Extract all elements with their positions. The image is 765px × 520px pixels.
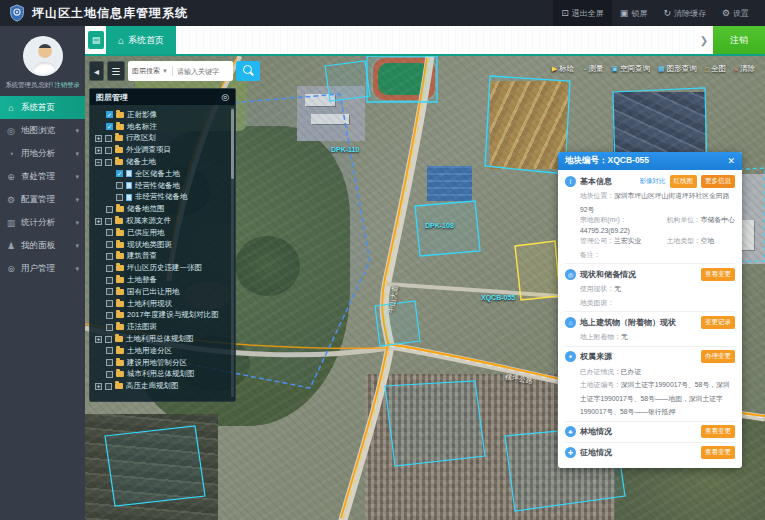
layer-tree-item[interactable]: 储备地范围 (95, 203, 229, 215)
layer-checkbox[interactable] (106, 241, 113, 248)
layer-tree-item[interactable]: +权属来源文件 (95, 215, 229, 227)
config-icon: ⚙ (6, 195, 16, 205)
map-icon: ◎ (6, 126, 16, 136)
layer-checkbox[interactable] (105, 383, 112, 390)
tree-expander[interactable]: + (95, 218, 102, 225)
layer-checkbox[interactable] (105, 159, 112, 166)
layer-checkbox[interactable] (106, 347, 113, 354)
file-icon (126, 194, 132, 201)
section-action-button[interactable]: 查看变更 (701, 268, 735, 281)
layer-tree-item[interactable]: +外业调查项目 (95, 144, 229, 156)
section-action-button[interactable]: 变更记录 (701, 316, 735, 329)
layer-tree-item[interactable]: +土地利用总体规划图 (95, 333, 229, 345)
layer-tree-item[interactable]: 坪山区历史违建一张图 (95, 262, 229, 274)
logout-link[interactable]: 注销登录 (54, 81, 79, 88)
map-viewport[interactable]: DPK-108DPK-110XQCB-055中山大道横坪公路 ◂ ☰ 图层搜索 … (85, 56, 765, 520)
layer-checkbox[interactable] (106, 123, 113, 130)
layer-tree-item[interactable]: 建设用地管制分区 (95, 357, 229, 369)
layer-checkbox[interactable] (106, 277, 113, 284)
tree-expander[interactable]: + (95, 147, 102, 154)
tab-scroll-right-button[interactable]: ❯ (695, 26, 713, 54)
layer-checkbox[interactable] (106, 324, 113, 331)
sidebar-item-0[interactable]: ⌂系统首页 (0, 96, 85, 119)
sidebar-item-1[interactable]: ◎地图浏览▾ (0, 119, 85, 142)
logout-button[interactable]: 注销 (713, 26, 765, 54)
layer-tree-item[interactable]: 地名标注 (95, 121, 229, 133)
search-input[interactable] (173, 68, 233, 75)
header-action-lock[interactable]: ▣锁屏 (612, 0, 656, 26)
layer-tree-item[interactable]: 现状地类图斑 (95, 239, 229, 251)
layer-tree-item[interactable]: 城市利用总体规划图 (95, 369, 229, 381)
layer-checkbox[interactable] (106, 300, 113, 307)
layer-tree-item[interactable]: 经营性储备地 (95, 180, 229, 192)
layer-checkbox[interactable] (116, 170, 123, 177)
sidebar-item-5[interactable]: ▥统计分析▾ (0, 211, 85, 234)
layer-tree-item[interactable]: 正射影像 (95, 109, 229, 121)
tab-home[interactable]: ⌂ 系统首页 (106, 26, 176, 54)
layer-tree-item[interactable]: 已供应用地 (95, 227, 229, 239)
layer-tree-item[interactable]: 违法图斑 (95, 321, 229, 333)
search-button[interactable] (236, 61, 260, 81)
sidebar-item-4[interactable]: ⚙配置管理▾ (0, 188, 85, 211)
layer-checkbox[interactable] (116, 194, 123, 201)
tree-expander[interactable]: + (95, 336, 102, 343)
close-icon[interactable]: ✕ (727, 156, 735, 166)
layer-checkbox[interactable] (105, 336, 112, 343)
map-tool-shape-query[interactable]: ▦图形查询 (658, 64, 697, 74)
sidebar-item-7[interactable]: ⊚用户管理▾ (0, 257, 85, 280)
layer-tree-item[interactable]: −储备土地 (95, 156, 229, 168)
layer-settings-icon[interactable]: ◎ (221, 92, 229, 102)
section-action-button[interactable]: 查看变更 (701, 425, 735, 438)
layer-checkbox[interactable] (106, 371, 113, 378)
layer-tree-item[interactable]: 全区储备土地 (95, 168, 229, 180)
header-action-fullscreen-exit[interactable]: ⊡退出全屏 (553, 0, 612, 26)
layer-checkbox[interactable] (106, 288, 113, 295)
layer-tree-item[interactable]: +行政区划 (95, 133, 229, 145)
layer-tree-item[interactable]: 土地利用现状 (95, 298, 229, 310)
layer-checkbox[interactable] (106, 229, 113, 236)
map-tool-spatial-query[interactable]: ▣空间查询 (611, 64, 650, 74)
map-tool-measure[interactable]: ◔测量 (582, 64, 603, 74)
map-tool-clear[interactable]: ×清除 (734, 64, 755, 74)
tree-expander[interactable]: − (95, 159, 102, 166)
tree-expander[interactable]: + (95, 383, 102, 390)
layer-tree-item[interactable]: 2017年度建设与规划对比图 (95, 310, 229, 322)
field-row: 备注 (580, 247, 735, 261)
redline-map-button[interactable]: 红线图 (670, 175, 698, 188)
menu-collapse-button[interactable]: ▤ (88, 31, 104, 49)
map-tool-full-extent[interactable]: □全图 (705, 64, 726, 74)
sidebar-item-6[interactable]: ♟我的面板▾ (0, 234, 85, 257)
layer-list-button[interactable]: ☰ (107, 61, 125, 81)
layer-checkbox[interactable] (105, 147, 112, 154)
layer-tree-item[interactable]: 非经营性储备地 (95, 192, 229, 204)
layer-checkbox[interactable] (106, 312, 113, 319)
section-action-button[interactable]: 办理变更 (701, 350, 735, 363)
section-action-button[interactable]: 查看变更 (701, 446, 735, 459)
layer-tree-item[interactable]: 建筑普查 (95, 251, 229, 263)
layer-tree-item[interactable]: 土地用途分区 (95, 345, 229, 357)
sidebar-item-2[interactable]: ◔用地分析▾ (0, 142, 85, 165)
panel-collapse-button[interactable]: ◂ (89, 61, 104, 81)
map-tool-draw[interactable]: ▶标绘 (552, 64, 574, 74)
layer-checkbox[interactable] (116, 182, 123, 189)
layer-checkbox[interactable] (106, 359, 113, 366)
tree-expander[interactable]: + (95, 135, 102, 142)
field: 地上附着物无 (580, 333, 628, 340)
more-info-button[interactable]: 更多信息 (701, 175, 735, 188)
layer-checkbox[interactable] (106, 253, 113, 260)
layer-checkbox[interactable] (106, 111, 113, 118)
layer-tree-item[interactable]: 国有已出让用地 (95, 286, 229, 298)
layer-checkbox[interactable] (105, 218, 112, 225)
layer-checkbox[interactable] (106, 206, 113, 213)
image-compare-link[interactable]: 影像对比 (640, 177, 666, 186)
sidebar-item-3[interactable]: ⊕查处管理▾ (0, 165, 85, 188)
layer-checkbox[interactable] (105, 135, 112, 142)
layer-checkbox[interactable] (106, 265, 113, 272)
search-category-dropdown[interactable]: 图层搜索 ▼ (128, 66, 173, 76)
layer-tree-item[interactable]: 土地整备 (95, 274, 229, 286)
header-action-refresh[interactable]: ↻清除缓存 (655, 0, 714, 26)
layer-panel-scrollbar[interactable] (231, 107, 234, 397)
layer-tree-item[interactable]: +高压走廊规划图 (95, 380, 229, 392)
header-actions: ⊡退出全屏▣锁屏↻清除缓存⚙设置 (553, 0, 757, 26)
header-action-gear[interactable]: ⚙设置 (714, 0, 757, 26)
